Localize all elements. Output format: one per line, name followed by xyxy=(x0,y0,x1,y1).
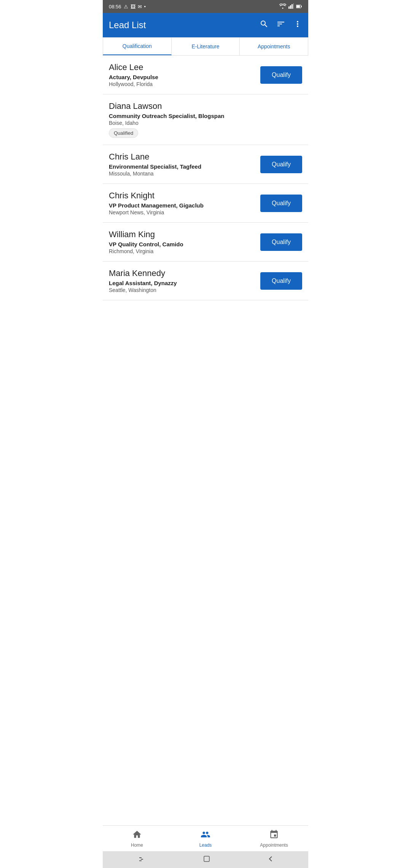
svg-rect-10 xyxy=(204,856,209,862)
tab-bar: Qualification E-Literature Appointments xyxy=(103,37,308,56)
lead-title: Actuary, Devpulse xyxy=(109,74,256,80)
lead-title: VP Product Management, Gigaclub xyxy=(109,202,256,209)
svg-rect-0 xyxy=(288,6,290,9)
status-badge: Qualified xyxy=(109,128,138,138)
lead-location: Richmond, Virginia xyxy=(109,248,256,254)
list-item: Diana Lawson Community Outreach Speciali… xyxy=(103,94,308,145)
android-nav-bar xyxy=(103,851,308,868)
list-item: Chris Knight VP Product Management, Giga… xyxy=(103,184,308,223)
lead-location: Newport News, Virginia xyxy=(109,209,256,215)
lead-list: Alice Lee Actuary, Devpulse Hollywood, F… xyxy=(103,56,308,825)
lead-info: Chris Lane Environmental Specialist, Tag… xyxy=(109,152,256,177)
lead-info: Diana Lawson Community Outreach Speciali… xyxy=(109,101,302,138)
page-title: Lead List xyxy=(109,20,146,30)
lead-location: Boise, Idaho xyxy=(109,120,302,126)
qualify-button[interactable]: Qualify xyxy=(260,66,302,84)
svg-rect-8 xyxy=(141,859,143,860)
bottom-navigation: Home Leads Appointments xyxy=(103,825,308,851)
svg-rect-2 xyxy=(292,4,293,9)
svg-rect-3 xyxy=(293,3,294,9)
status-right xyxy=(279,3,302,10)
tab-qualification[interactable]: Qualification xyxy=(103,37,172,55)
qualify-button[interactable]: Qualify xyxy=(260,272,302,290)
lead-location: Missoula, Montana xyxy=(109,171,256,177)
lead-name: Chris Lane xyxy=(109,152,256,162)
lead-name: Chris Knight xyxy=(109,191,256,201)
lead-title: Environmental Specialist, Tagfeed xyxy=(109,163,256,170)
list-item: Chris Lane Environmental Specialist, Tag… xyxy=(103,145,308,184)
lead-title: Community Outreach Specialist, Blogspan xyxy=(109,113,302,119)
lead-location: Hollywood, Florida xyxy=(109,81,256,87)
nav-home-label: Home xyxy=(131,842,143,848)
appointments-icon xyxy=(269,830,279,841)
image-icon: 🖼 xyxy=(131,4,135,10)
svg-rect-1 xyxy=(290,5,291,9)
list-item: Maria Kennedy Legal Assistant, Dynazzy S… xyxy=(103,262,308,300)
nav-leads[interactable]: Leads xyxy=(171,826,240,851)
lead-info: William King VP Quality Control, Camido … xyxy=(109,230,256,254)
tab-eliterature[interactable]: E-Literature xyxy=(172,37,240,55)
back-icon[interactable] xyxy=(267,855,272,865)
home-nav-icon[interactable] xyxy=(203,855,210,865)
sort-icon[interactable] xyxy=(276,19,285,31)
signal-icon xyxy=(288,3,294,10)
qualify-button[interactable]: Qualify xyxy=(260,195,302,212)
lead-title: Legal Assistant, Dynazzy xyxy=(109,280,256,286)
header-actions xyxy=(260,19,302,31)
time-display: 08:56 xyxy=(109,4,121,10)
status-bar: 08:56 ⚠ 🖼 ✉ • xyxy=(103,0,308,13)
svg-rect-9 xyxy=(139,860,142,861)
lead-info: Alice Lee Actuary, Devpulse Hollywood, F… xyxy=(109,62,256,87)
lead-title: VP Quality Control, Camido xyxy=(109,241,256,247)
battery-icon xyxy=(296,4,302,10)
app-header: Lead List xyxy=(103,13,308,37)
qualify-button[interactable]: Qualify xyxy=(260,233,302,251)
svg-rect-6 xyxy=(301,6,302,7)
menu-icon[interactable] xyxy=(139,855,146,864)
lead-name: Diana Lawson xyxy=(109,101,302,111)
lead-name: Alice Lee xyxy=(109,62,256,72)
lead-name: Maria Kennedy xyxy=(109,268,256,278)
alert-icon: ⚠ xyxy=(124,4,128,10)
nav-appointments-label: Appointments xyxy=(260,842,288,848)
lead-info: Maria Kennedy Legal Assistant, Dynazzy S… xyxy=(109,268,256,293)
svg-rect-5 xyxy=(296,5,300,8)
lead-name: William King xyxy=(109,230,256,239)
search-icon[interactable] xyxy=(260,19,269,31)
leads-icon xyxy=(200,830,211,841)
lead-info: Chris Knight VP Product Management, Giga… xyxy=(109,191,256,215)
list-item: William King VP Quality Control, Camido … xyxy=(103,223,308,262)
list-item: Alice Lee Actuary, Devpulse Hollywood, F… xyxy=(103,56,308,94)
dot-icon: • xyxy=(144,4,146,10)
wifi-icon xyxy=(279,3,286,10)
nav-home[interactable]: Home xyxy=(103,826,171,851)
svg-rect-7 xyxy=(139,857,142,858)
nav-leads-label: Leads xyxy=(199,842,212,848)
nav-appointments[interactable]: Appointments xyxy=(240,826,308,851)
lead-location: Seattle, Washington xyxy=(109,287,256,293)
status-left: 08:56 ⚠ 🖼 ✉ • xyxy=(109,4,146,10)
mail-icon: ✉ xyxy=(138,4,142,10)
more-icon[interactable] xyxy=(293,19,302,31)
tab-appointments[interactable]: Appointments xyxy=(240,37,308,55)
qualify-button[interactable]: Qualify xyxy=(260,156,302,173)
home-icon xyxy=(132,830,142,841)
